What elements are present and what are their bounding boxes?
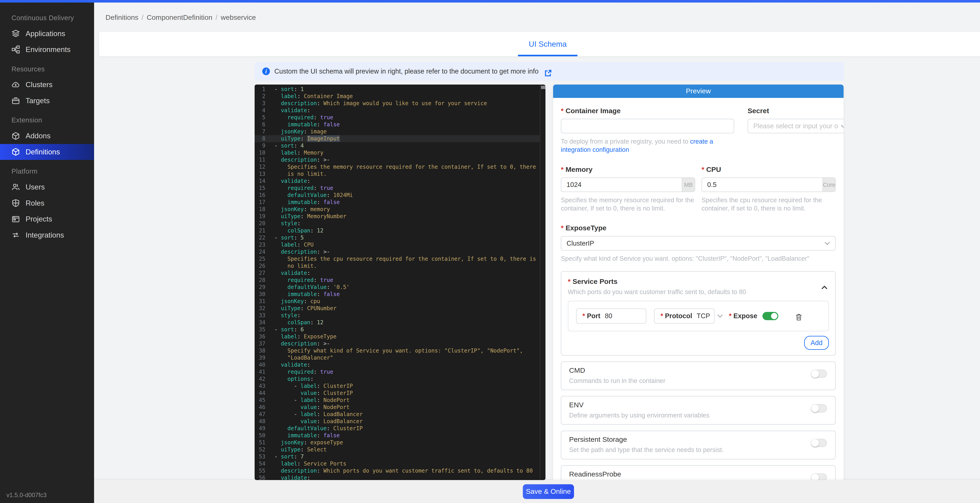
trash-icon[interactable] <box>795 312 803 320</box>
code-line[interactable]: 30 immutable: false <box>255 291 546 298</box>
users-icon <box>11 183 20 191</box>
code-line[interactable]: 15 required: true <box>255 185 546 192</box>
code-line[interactable]: 49 defaultValue: ClusterIP <box>255 425 546 432</box>
sidebar-item-environments[interactable]: Environments <box>0 42 94 57</box>
code-line[interactable]: 44 value: ClusterIP <box>255 390 546 397</box>
container-image-input[interactable] <box>561 119 734 133</box>
toggle-switch[interactable] <box>811 473 827 480</box>
code-line[interactable]: 7 jsonKey: image <box>255 128 546 135</box>
sidebar-item-targets[interactable]: Targets <box>0 93 94 109</box>
toggle-switch[interactable] <box>811 370 827 378</box>
code-line[interactable]: 34 colSpan: 12 <box>255 319 546 326</box>
tab-ui-schema[interactable]: UI Schema <box>529 32 567 56</box>
line-number: 28 <box>255 276 271 284</box>
code-line[interactable]: 31 jsonKey: cpu <box>255 298 546 305</box>
code-line[interactable]: 56 validate: <box>255 474 546 480</box>
expose-type-select[interactable]: ClusterIP <box>561 236 836 251</box>
code-line[interactable]: 36 label: ExposeType <box>255 333 546 340</box>
sidebar-item-users[interactable]: Users <box>0 179 94 195</box>
code-line[interactable]: 11 description: >- <box>255 156 546 163</box>
toggle-switch[interactable] <box>811 404 827 412</box>
code-line[interactable]: 5 required: true <box>255 114 546 121</box>
code-line[interactable]: 16 defaultValue: 1024Mi <box>255 192 546 199</box>
yaml-editor[interactable]: 1- sort: 12 label: Container Image3 desc… <box>255 85 546 480</box>
code-line[interactable]: 8 uiType: ImageInput <box>255 135 546 142</box>
code-line[interactable]: 12 Specifies the memory resource require… <box>255 163 546 171</box>
code-line[interactable]: 48 value: LoadBalancer <box>255 418 546 425</box>
code-line[interactable]: 39 "LoadBalancer" <box>255 354 546 361</box>
code-line[interactable]: 2 label: Container Image <box>255 93 546 100</box>
toggle-switch[interactable] <box>811 439 827 447</box>
sidebar-item-definitions[interactable]: Definitions <box>0 144 94 160</box>
breadcrumb-item[interactable]: Definitions <box>105 14 138 22</box>
code-line[interactable]: 26 no limit. <box>255 262 546 270</box>
code-line[interactable]: 41 required: true <box>255 369 546 375</box>
breadcrumb-item[interactable]: webservice <box>221 14 256 22</box>
code-line[interactable]: 53- sort: 7 <box>255 453 546 460</box>
code-text: immutable: false <box>271 291 546 298</box>
code-line[interactable]: 27 validate: <box>255 270 546 276</box>
sidebar-item-integrations[interactable]: Integrations <box>0 227 94 243</box>
code-line[interactable]: 32 uiType: CPUNumber <box>255 305 546 312</box>
code-line[interactable]: 42 options: <box>255 375 546 383</box>
code-line[interactable]: 46 value: NodePort <box>255 404 546 411</box>
external-link-icon[interactable] <box>544 67 552 75</box>
save-online-button[interactable]: Save & Online <box>523 484 574 499</box>
port-field[interactable]: Port 80 <box>576 308 646 324</box>
code-line[interactable]: 33 style: <box>255 312 546 319</box>
chevron-up-icon[interactable] <box>821 281 828 286</box>
code-line[interactable]: 10 label: Memory <box>255 149 546 156</box>
code-line[interactable]: 3 description: Which image would you lik… <box>255 100 546 107</box>
code-line[interactable]: 50 immutable: false <box>255 432 546 439</box>
code-line[interactable]: 17 immutable: false <box>255 199 546 206</box>
sidebar-item-clusters[interactable]: Clusters <box>0 77 94 93</box>
expose-toggle[interactable] <box>762 312 778 320</box>
secret-select[interactable]: Please select or input your o <box>748 119 843 133</box>
code-line[interactable]: 47 - label: LoadBalancer <box>255 411 546 418</box>
code-text: no limit. <box>271 262 546 270</box>
code-text: - sort: 4 <box>271 142 546 149</box>
code-line[interactable]: 37 description: >- <box>255 340 546 347</box>
code-line[interactable]: 52 uiType: Select <box>255 446 546 453</box>
sidebar-item-label: Environments <box>25 45 70 54</box>
memory-input[interactable] <box>562 178 682 192</box>
code-line[interactable]: 24 description: >- <box>255 248 546 255</box>
code-line[interactable]: 51 jsonKey: exposeType <box>255 439 546 446</box>
code-line[interactable]: 28 required: true <box>255 276 546 284</box>
code-line[interactable]: 18 jsonKey: memory <box>255 206 546 213</box>
code-line[interactable]: 35- sort: 6 <box>255 326 546 333</box>
code-line[interactable]: 55 description: Which ports do you want … <box>255 467 546 474</box>
code-line[interactable]: 9- sort: 4 <box>255 142 546 149</box>
code-line[interactable]: 19 uiType: MemoryNumber <box>255 213 546 220</box>
code-line[interactable]: 20 style: <box>255 220 546 227</box>
code-line[interactable]: 13 is no limit. <box>255 171 546 177</box>
breadcrumb-item[interactable]: ComponentDefinition <box>146 14 212 22</box>
sidebar-item-roles[interactable]: Roles <box>0 195 94 211</box>
cpu-input[interactable] <box>702 178 822 192</box>
shield-icon <box>11 199 20 207</box>
sidebar-item-applications[interactable]: Applications <box>0 26 94 42</box>
toggle-card-env: ENVDefine arguments by using environment… <box>561 396 836 425</box>
sidebar-item-label: Integrations <box>25 231 64 240</box>
code-line[interactable]: 14 validate: <box>255 177 546 185</box>
code-line[interactable]: 6 immutable: false <box>255 121 546 128</box>
code-line[interactable]: 1- sort: 1 <box>255 86 546 93</box>
minimap[interactable] <box>540 85 546 480</box>
code-line[interactable]: 21 colSpan: 12 <box>255 227 546 234</box>
sidebar-item-projects[interactable]: Projects <box>0 211 94 227</box>
code-line[interactable]: 54 label: Service Ports <box>255 460 546 467</box>
code-line[interactable]: 4 validate: <box>255 107 546 114</box>
code-line[interactable]: 45 - label: NodePort <box>255 397 546 404</box>
code-line[interactable]: 38 Specify what kind of Service you want… <box>255 347 546 354</box>
protocol-select[interactable]: Protocol TCP <box>654 308 715 324</box>
add-port-button[interactable]: Add <box>804 336 829 350</box>
sidebar-item-addons[interactable]: Addons <box>0 128 94 144</box>
code-line[interactable]: 40 validate: <box>255 361 546 369</box>
code-line[interactable]: 29 defaultValue: '0.5' <box>255 284 546 291</box>
code-line[interactable]: 43 - label: ClusterIP <box>255 383 546 390</box>
toggle-card-title: ENV <box>569 401 828 409</box>
code-line[interactable]: 25 Specifies the cpu resource required f… <box>255 255 546 262</box>
code-line[interactable]: 23 label: CPU <box>255 241 546 248</box>
line-number: 39 <box>255 354 271 361</box>
code-line[interactable]: 22- sort: 5 <box>255 234 546 241</box>
